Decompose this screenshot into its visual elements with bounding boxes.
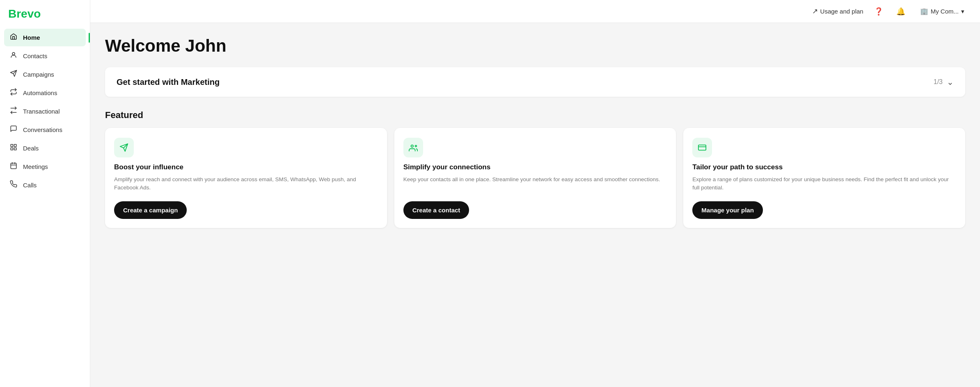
sidebar-label-deals: Deals — [23, 145, 39, 152]
svg-rect-5 — [11, 144, 13, 146]
featured-cards: Boost your influence Amplify your reach … — [105, 128, 965, 228]
sidebar-link-contacts[interactable]: Contacts — [4, 47, 86, 65]
page-title: Welcome John — [105, 36, 965, 56]
sidebar-item-home[interactable]: Home — [4, 29, 86, 46]
sidebar-label-calls: Calls — [23, 182, 37, 189]
feature-card-btn-2[interactable]: Manage your plan — [692, 201, 763, 219]
svg-rect-8 — [14, 148, 16, 150]
sidebar-label-meetings: Meetings — [23, 163, 48, 170]
sidebar-label-automations: Automations — [23, 89, 57, 96]
featured-section-title: Featured — [105, 110, 965, 121]
get-started-progress: 1/3 — [934, 78, 943, 86]
company-name: My Com... — [931, 8, 959, 15]
usage-plan-link[interactable]: ↗ Usage and plan — [812, 7, 863, 16]
sidebar-item-campaigns[interactable]: Campaigns — [4, 66, 86, 83]
sidebar-link-transactional[interactable]: Transactional — [4, 102, 86, 120]
sidebar-label-conversations: Conversations — [23, 126, 62, 133]
feature-card-title-2: Tailor your path to success — [692, 163, 956, 171]
usage-icon: ↗ — [812, 7, 818, 16]
top-header: ↗ Usage and plan ❓ 🔔 🏢 My Com... ▾ — [90, 0, 980, 23]
get-started-chevron-icon[interactable]: ⌄ — [947, 77, 954, 87]
sidebar: Brevo Home Contacts Campaigns Automation… — [0, 0, 90, 387]
contacts-icon — [9, 51, 18, 61]
sidebar-nav: Home Contacts Campaigns Automations Tran… — [0, 26, 90, 197]
svg-point-0 — [12, 52, 15, 55]
feature-card-title-0: Boost your influence — [114, 163, 378, 171]
sidebar-item-automations[interactable]: Automations — [4, 84, 86, 102]
feature-card-0: Boost your influence Amplify your reach … — [105, 128, 387, 228]
notifications-button[interactable]: 🔔 — [894, 5, 908, 18]
sidebar-link-meetings[interactable]: Meetings — [4, 158, 86, 175]
get-started-title: Get started with Marketing — [117, 77, 220, 87]
company-icon: 🏢 — [920, 7, 928, 15]
sidebar-item-calls[interactable]: Calls — [4, 176, 86, 194]
feature-card-title-1: Simplify your connections — [403, 163, 667, 171]
sidebar-label-transactional: Transactional — [23, 108, 60, 115]
sidebar-item-contacts[interactable]: Contacts — [4, 47, 86, 65]
help-button[interactable]: ❓ — [872, 5, 886, 18]
svg-rect-17 — [698, 145, 706, 150]
deals-icon — [9, 143, 18, 153]
calls-icon — [9, 180, 18, 190]
sidebar-link-home[interactable]: Home — [4, 29, 86, 46]
sidebar-logo: Brevo — [0, 0, 90, 26]
get-started-card[interactable]: Get started with Marketing 1/3 ⌄ — [105, 67, 965, 97]
svg-point-16 — [415, 146, 417, 147]
svg-rect-6 — [14, 144, 16, 146]
sidebar-link-conversations[interactable]: Conversations — [4, 121, 86, 139]
feature-card-desc-2: Explore a range of plans customized for … — [692, 175, 956, 192]
campaigns-icon — [9, 70, 18, 79]
get-started-right: 1/3 ⌄ — [934, 77, 954, 87]
svg-rect-7 — [11, 148, 13, 150]
sidebar-item-deals[interactable]: Deals — [4, 139, 86, 157]
sidebar-item-meetings[interactable]: Meetings — [4, 158, 86, 175]
feature-card-2: Tailor your path to success Explore a ra… — [683, 128, 965, 228]
sidebar-label-contacts: Contacts — [23, 52, 47, 59]
feature-card-icon-2 — [692, 138, 712, 157]
transactional-icon — [9, 107, 18, 116]
company-switcher[interactable]: 🏢 My Com... ▾ — [916, 5, 969, 18]
sidebar-label-campaigns: Campaigns — [23, 71, 54, 78]
automations-icon — [9, 88, 18, 98]
sidebar-link-deals[interactable]: Deals — [4, 139, 86, 157]
svg-point-15 — [411, 145, 413, 148]
feature-card-btn-1[interactable]: Create a contact — [403, 201, 469, 219]
feature-card-icon-0 — [114, 138, 134, 157]
sidebar-link-campaigns[interactable]: Campaigns — [4, 66, 86, 83]
company-chevron-icon: ▾ — [961, 8, 964, 15]
feature-card-desc-1: Keep your contacts all in one place. Str… — [403, 175, 667, 192]
sidebar-link-calls[interactable]: Calls — [4, 176, 86, 194]
feature-card-btn-0[interactable]: Create a campaign — [114, 201, 187, 219]
feature-card-desc-0: Amplify your reach and connect with your… — [114, 175, 378, 192]
help-icon: ❓ — [874, 7, 883, 16]
main-content: ↗ Usage and plan ❓ 🔔 🏢 My Com... ▾ Welco… — [90, 0, 980, 387]
sidebar-label-home: Home — [23, 34, 40, 41]
sidebar-item-transactional[interactable]: Transactional — [4, 102, 86, 120]
sidebar-item-conversations[interactable]: Conversations — [4, 121, 86, 139]
conversations-icon — [9, 125, 18, 134]
page-body: Welcome John Get started with Marketing … — [90, 23, 980, 387]
brand-logo: Brevo — [8, 7, 41, 20]
home-icon — [9, 33, 18, 42]
bell-icon: 🔔 — [896, 7, 905, 16]
featured-section: Featured Boost your influence Amplify yo… — [105, 110, 965, 228]
svg-rect-9 — [11, 163, 16, 169]
feature-card-1: Simplify your connections Keep your cont… — [394, 128, 676, 228]
feature-card-icon-1 — [403, 138, 423, 157]
sidebar-link-automations[interactable]: Automations — [4, 84, 86, 102]
usage-plan-label: Usage and plan — [820, 8, 863, 15]
meetings-icon — [9, 162, 18, 171]
